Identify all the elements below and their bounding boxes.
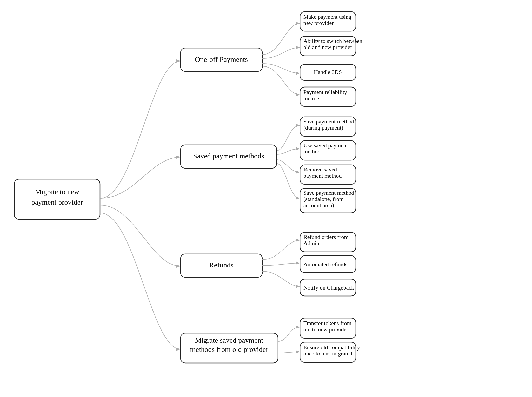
leaf-ensure-compat-label2: once tokens migrated [303, 350, 352, 357]
connector-root-refunds [100, 205, 181, 266]
connector-oneoff-leaf1 [262, 23, 300, 55]
leaf-save-during: Save payment method (during payment) [300, 117, 356, 136]
leaf-chargeback: Notify on Chargeback [300, 279, 356, 296]
leaf-save-during-label2: (during payment) [303, 124, 343, 131]
category-refunds: Refunds [181, 254, 262, 277]
leaf-refund-admin-label2: Admin [303, 240, 319, 246]
leaf-reliability-label2: metrics [303, 95, 320, 102]
leaf-make-payment-label: Make payment using [303, 14, 351, 20]
leaf-automated-refunds-label: Automated refunds [303, 261, 347, 267]
leaf-chargeback-label: Notify on Chargeback [303, 284, 354, 291]
connector-refunds-leaf2 [262, 263, 300, 266]
connector-saved-leaf3 [277, 160, 300, 172]
connector-oneoff-leaf2 [262, 48, 300, 58]
leaf-reliability-label1: Payment reliability [303, 89, 347, 95]
root-label: Migrate to new [35, 188, 79, 196]
category-oneoff: One-off Payments [181, 48, 262, 71]
leaf-automated-refunds: Automated refunds [300, 256, 356, 273]
leaf-make-payment-label2: new provider [303, 20, 334, 26]
leaf-save-standalone: Save payment method (standalone, from ac… [300, 188, 356, 213]
connector-root-oneoff [100, 61, 181, 198]
leaf-transfer-tokens-label2: old to new provider [303, 326, 349, 333]
connector-oneoff-leaf3 [262, 64, 300, 73]
leaf-transfer-tokens-label1: Transfer tokens from [303, 320, 351, 326]
leaf-use-saved-label1: Use saved payment [303, 142, 348, 149]
connector-root-saved [100, 157, 181, 198]
leaf-make-payment: Make payment using new provider [300, 12, 356, 31]
mindmap-diagram: Migrate to new payment provider One-off … [0, 0, 532, 397]
category-refunds-label: Refunds [209, 261, 233, 269]
leaf-remove-saved-label1: Remove saved [303, 166, 337, 173]
leaf-3ds: Handle 3DS [300, 64, 356, 80]
leaf-reliability: Payment reliability metrics [300, 87, 356, 106]
connector-refunds-leaf1 [262, 240, 300, 260]
connector-migrate-leaf2 [278, 352, 300, 353]
leaf-ensure-compat-label1: Ensure old compatibility [303, 344, 360, 351]
connector-saved-leaf1 [277, 125, 300, 151]
leaf-remove-saved-label2: payment method [303, 172, 342, 179]
connector-saved-leaf4 [277, 164, 300, 198]
leaf-refund-admin: Refund orders from Admin [300, 232, 356, 252]
root-label-2: payment provider [31, 198, 83, 206]
leaf-save-during-label1: Save payment method [303, 118, 354, 125]
leaf-remove-saved: Remove saved payment method [300, 165, 356, 184]
category-saved: Saved payment methods [181, 145, 277, 168]
root-node: Migrate to new payment provider [14, 179, 100, 219]
category-oneoff-label: One-off Payments [195, 55, 248, 63]
leaf-transfer-tokens: Transfer tokens from old to new provider [300, 318, 356, 338]
category-saved-label: Saved payment methods [193, 152, 264, 160]
connector-refunds-leaf3 [262, 271, 300, 286]
leaf-save-standalone-label3: account area) [303, 202, 334, 208]
leaf-switch-label1: Ability to switch between [303, 38, 362, 44]
leaf-switch-provider: Ability to switch between old and new pr… [300, 36, 362, 56]
leaf-save-standalone-label2: (standalone, from [303, 196, 344, 202]
leaf-switch-label2: old and new provider [303, 44, 352, 50]
category-migrate-label1: Migrate saved payment [195, 336, 263, 344]
leaf-use-saved: Use saved payment method [300, 141, 356, 160]
leaf-use-saved-label2: method [303, 148, 321, 155]
leaf-ensure-compat: Ensure old compatibility once tokens mig… [300, 342, 360, 362]
leaf-refund-admin-label1: Refund orders from [303, 234, 349, 240]
connector-oneoff-leaf4 [262, 66, 300, 95]
leaf-3ds-label: Handle 3DS [314, 69, 342, 75]
category-migrate: Migrate saved payment methods from old p… [181, 333, 278, 363]
connector-migrate-leaf1 [278, 327, 300, 341]
category-migrate-label2: methods from old provider [190, 345, 269, 353]
leaf-save-standalone-label1: Save payment method [303, 190, 354, 196]
connector-saved-leaf2 [277, 149, 300, 154]
